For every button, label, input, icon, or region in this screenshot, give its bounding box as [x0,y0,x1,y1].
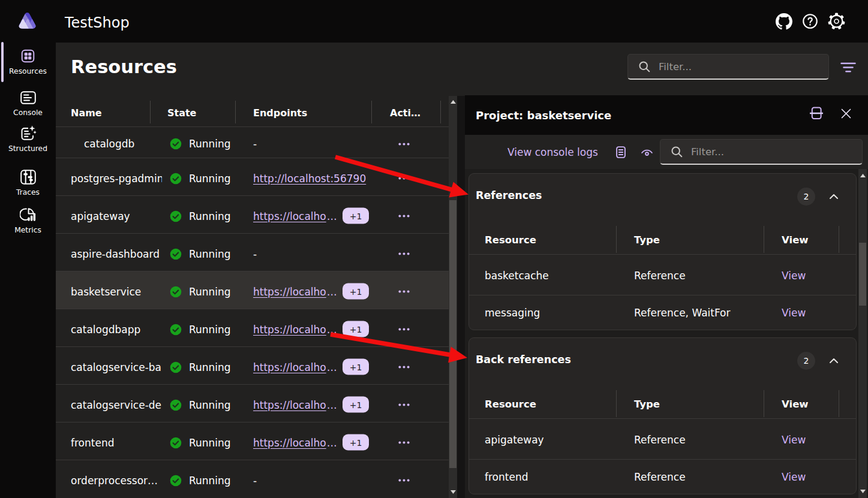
endpoint-plus-badge[interactable]: +1 [343,321,369,337]
view-link[interactable]: View [782,270,806,282]
watch-eye-icon[interactable] [637,143,656,162]
row-actions-button[interactable] [387,127,421,158]
sidebar-item-console[interactable]: Console [0,89,56,125]
console-log-doc-icon[interactable] [611,143,630,162]
endpoint-plus-badge[interactable]: +1 [343,397,369,413]
no-endpoint-dash: - [253,248,257,260]
endpoint-link[interactable]: https://localho [253,324,326,336]
card-col-header[interactable]: Resource [485,227,536,253]
table-row-catalogdb[interactable]: catalogdbRunning- [56,126,449,158]
table-scrollbar[interactable] [449,96,457,498]
table-row-aspire-dashboard[interactable]: aspire-dashboardRunning- [56,233,449,271]
endpoint-link[interactable]: https://localho [253,361,326,373]
endpoints-cell: https://localho… [253,196,337,233]
view-link[interactable]: View [782,434,806,446]
state-cell: Running [170,347,231,384]
resource-filter-input[interactable] [659,61,803,73]
state-text: Running [189,173,231,185]
row-actions-button[interactable] [387,309,421,346]
sidebar-item-traces[interactable]: Traces [0,169,56,205]
panel-scrollbar[interactable] [858,169,867,498]
table-row-catalogdbapp[interactable]: catalogdbappRunninghttps://localho…+1 [56,309,449,346]
table-row-postgres-pgadmin[interactable]: postgres-pgadminRunninghttp://localhost:… [56,158,449,195]
sidebar-item-resources[interactable]: Resources [0,48,56,84]
endpoint-link[interactable]: https://localho [253,399,326,411]
resource-name: postgres-pgadmin [71,158,162,195]
table-row-catalogservice-de[interactable]: catalogservice-deRunninghttps://localho…… [56,384,449,422]
endpoint-ellipsis: … [327,210,337,222]
scroll-down-arrow[interactable] [449,488,457,496]
scrollbar-thumb[interactable] [859,243,866,306]
row-actions-button[interactable] [387,196,421,233]
endpoint-plus-badge[interactable]: +1 [343,283,369,300]
split-view-icon[interactable] [806,102,827,124]
ref-resource: messaging [485,300,540,326]
settings-icon[interactable] [828,13,845,30]
endpoint-plus-badge[interactable]: +1 [343,208,369,224]
ref-resource: basketcache [485,262,549,289]
row-actions-button[interactable] [387,422,421,460]
table-row-basketservice[interactable]: basketserviceRunninghttps://localho…+1 [56,271,449,309]
endpoint-plus-badge[interactable]: +1 [343,434,369,451]
table-row-apigateway[interactable]: apigatewayRunninghttps://localho…+1 [56,195,449,233]
scroll-down-arrow[interactable] [858,487,867,496]
filter-funnel-icon[interactable] [840,58,857,76]
page-title: Resources [71,56,177,77]
ref-view-cell: View [782,300,806,326]
scrollbar-thumb[interactable] [449,200,456,468]
scroll-up-arrow[interactable] [858,171,867,180]
card-col-header[interactable]: Resource [485,391,536,417]
column-divider [440,101,441,123]
card-col-header[interactable]: View [782,391,809,417]
scroll-up-arrow[interactable] [449,98,457,106]
github-icon[interactable] [775,13,792,30]
table-row-catalogservice-ba[interactable]: catalogservice-baRunninghttps://localho…… [56,346,449,384]
sidebar-item-structured[interactable]: Structured [0,125,56,161]
column-divider [150,101,151,123]
endpoint-plus-badge[interactable]: +1 [343,359,369,375]
panel-filter-input[interactable] [691,146,836,158]
card-title: Back references [476,354,571,366]
search-icon [671,146,683,158]
view-console-logs-link[interactable]: View console logs [507,135,598,169]
endpoints-cell: https://localho… [253,271,337,309]
row-actions-button[interactable] [387,385,421,422]
endpoints-cell: - [253,460,257,497]
endpoints-cell: https://localho… [253,347,337,384]
card-col-header[interactable]: Type [634,391,660,417]
card-col-header[interactable]: View [782,227,809,253]
endpoint-link[interactable]: https://localho [253,286,326,298]
aspire-logo [16,8,38,31]
table-row-orderprocessor[interactable]: orderprocessor…Running- [56,460,449,497]
row-actions-button[interactable] [387,460,421,497]
row-actions-button[interactable] [387,234,421,271]
view-link[interactable]: View [782,471,806,483]
card-row-messaging: messagingReference, WaitForView [469,300,856,326]
app-title: TestShop [65,14,130,31]
card-col-header[interactable]: Type [634,227,660,253]
endpoint-link[interactable]: http://localhost:56790 [253,173,366,185]
col-header-state[interactable]: State [167,96,196,126]
endpoint-link[interactable]: https://localho [253,437,326,449]
col-header-endpoints[interactable]: Endpoints [253,96,307,126]
sidebar-item-metrics[interactable]: Metrics [0,207,56,243]
panel-splitter[interactable] [457,96,465,498]
search-icon [638,61,651,73]
table-row-frontend[interactable]: frontendRunninghttps://localho…+1 [56,422,449,460]
endpoint-link[interactable]: https://localho [253,210,326,222]
row-actions-button[interactable] [387,347,421,384]
resource-name: basketservice [71,271,141,309]
card-row-frontend: frontendReferenceView [469,464,856,490]
section-card-references: References2ResourceTypeViewbasketcacheRe… [468,173,857,330]
chevron-up-icon[interactable] [826,189,842,204]
view-link[interactable]: View [782,307,806,319]
help-icon[interactable] [801,13,819,30]
close-icon[interactable] [835,102,857,124]
state-text: Running [189,399,231,411]
chevron-up-icon[interactable] [826,353,842,369]
row-actions-button[interactable] [387,271,421,309]
col-header-actions[interactable]: Actions [390,96,421,126]
col-header-name[interactable]: Name [71,96,102,126]
row-actions-button[interactable] [387,158,421,195]
resource-name: frontend [71,422,114,460]
